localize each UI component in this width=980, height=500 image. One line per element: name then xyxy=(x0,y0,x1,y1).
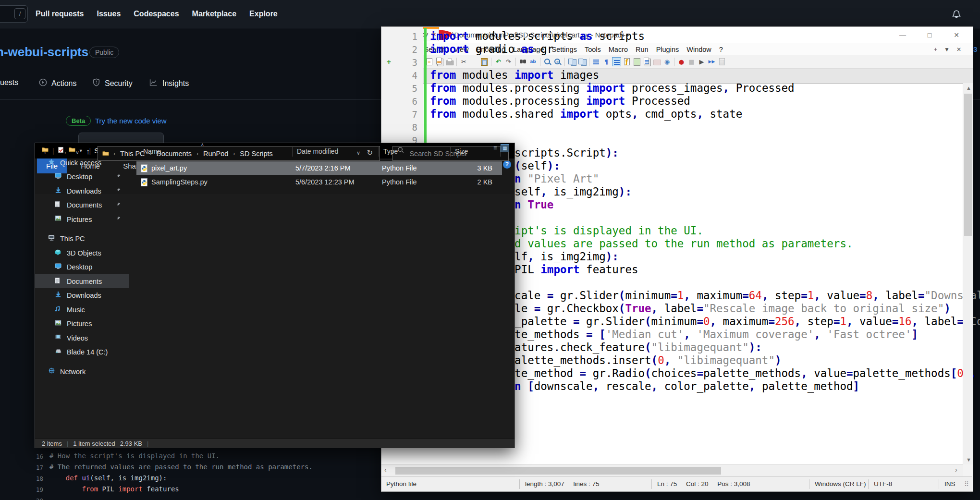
github-line-number: 19 xyxy=(10,486,43,493)
repo-tabs: uestsActionsSecurityInsights xyxy=(0,78,384,95)
horizontal-scrollbar[interactable]: ‹ › xyxy=(381,464,963,477)
file-type: Python File xyxy=(382,164,454,172)
tab-add-button[interactable]: + xyxy=(934,46,937,53)
status-encoding: UTF-8 xyxy=(874,480,892,488)
find-button-icon[interactable] xyxy=(518,57,527,66)
menubar-right-controls: +▼✕ xyxy=(934,43,961,55)
scroll-down-icon[interactable]: ▼ xyxy=(966,457,971,463)
repo-tab-label: uests xyxy=(0,78,18,87)
horizontal-scroll-thumb[interactable] xyxy=(395,467,721,475)
play-macro-button-icon[interactable]: ▶ xyxy=(697,57,706,66)
repo-tab-security[interactable]: Security xyxy=(92,78,133,88)
repo-tab-label: Insights xyxy=(162,79,189,88)
repo-tab-uests[interactable]: uests xyxy=(0,78,18,87)
repo-tab-label: Actions xyxy=(51,79,76,88)
menu-tools[interactable]: Tools xyxy=(581,46,605,53)
github-line-number: 17 xyxy=(10,464,43,471)
scroll-left-icon[interactable]: ‹ xyxy=(384,466,387,474)
github-nav-explore[interactable]: Explore xyxy=(249,10,278,18)
explorer-main: Quick accessDesktopDownloadsDocumentsPic… xyxy=(35,194,514,438)
maximize-button[interactable]: □ xyxy=(919,27,941,43)
try-new-code-view-link[interactable]: Try the new code view xyxy=(95,117,167,125)
undo-button-icon[interactable]: ↶ xyxy=(494,57,503,66)
github-nav-codespaces[interactable]: Codespaces xyxy=(134,10,179,18)
zoom-in-button-icon[interactable] xyxy=(543,57,552,66)
github-nav-pull-requests[interactable]: Pull requests xyxy=(36,10,84,18)
minimize-button[interactable]: — xyxy=(892,27,914,43)
show-symbols-button-icon[interactable]: ¶ xyxy=(602,57,611,66)
print-button-icon[interactable] xyxy=(445,57,454,66)
editor-line-number: 6 xyxy=(381,96,417,107)
paste-button-icon[interactable] xyxy=(479,57,489,66)
github-code-line: from PIL import features xyxy=(49,485,179,493)
file-list: pixel_art.py5/7/2023 2:16 PMPython File3… xyxy=(35,161,514,387)
file-type: Python File xyxy=(382,178,454,186)
tab-close-button[interactable]: ✕ xyxy=(956,46,961,53)
recent-locations-chevron-icon[interactable]: ∨ xyxy=(75,149,79,156)
column-header-date-modified[interactable]: Date modified xyxy=(297,147,338,155)
status-length-lines: length : 3,007 lines : 75 xyxy=(525,480,600,488)
scroll-up-icon[interactable]: ▲ xyxy=(966,85,971,91)
vertical-scrollbar[interactable]: ▲ ▼ xyxy=(963,83,973,464)
document-map-button-icon[interactable] xyxy=(632,57,641,66)
menu-run[interactable]: Run xyxy=(632,46,652,53)
function-list-button-icon[interactable]: ƒ xyxy=(622,57,631,66)
menu-macro[interactable]: Macro xyxy=(605,46,632,53)
close-button[interactable]: ✕ xyxy=(945,27,968,43)
file-row-pixel-art-py[interactable]: pixel_art.py5/7/2023 2:16 PMPython File3… xyxy=(136,161,502,175)
column-header-size[interactable]: Size xyxy=(455,147,468,155)
repo-title-link[interactable]: n-webui-scripts xyxy=(0,45,88,60)
back-icon[interactable]: ← xyxy=(43,147,50,156)
sync-vertical-button-icon[interactable] xyxy=(567,57,576,66)
column-header-name[interactable]: Name xyxy=(143,147,161,155)
redo-button-icon[interactable]: ↷ xyxy=(504,57,513,66)
menu-plugins[interactable]: Plugins xyxy=(652,46,683,53)
indent-guide-button-icon[interactable] xyxy=(612,57,621,66)
run-macro-multiple-button-icon[interactable]: ▶▶ xyxy=(707,57,716,66)
column-header-type[interactable]: Type xyxy=(383,147,398,155)
document-list-button-icon[interactable]: ≡ xyxy=(642,57,651,66)
list-view-toggle-button[interactable]: ≣ xyxy=(491,144,499,151)
cut-button-icon[interactable]: ✂ xyxy=(459,57,468,66)
repo-tab-insights[interactable]: Insights xyxy=(149,78,189,88)
status-insert-mode: INS xyxy=(944,480,956,488)
sync-horizontal-button-icon[interactable] xyxy=(577,57,587,66)
tab-list-chevron-icon[interactable]: ▼ xyxy=(944,46,950,53)
view-in-browser-button-icon[interactable]: ◉ xyxy=(662,57,672,66)
forward-icon[interactable]: → xyxy=(60,147,68,156)
github-line-number: 16 xyxy=(10,453,43,460)
python-file-icon xyxy=(140,178,148,188)
notifications-bell-icon[interactable] xyxy=(952,10,961,20)
folder-workspace-button-icon[interactable] xyxy=(652,57,662,66)
word-wrap-button-icon[interactable] xyxy=(592,57,601,66)
file-list-header: Name∧Date modifiedTypeSize xyxy=(129,143,514,159)
repo-tab-actions[interactable]: Actions xyxy=(39,78,76,88)
save-macro-button-icon[interactable]: ▤ xyxy=(717,57,726,66)
github-code-view: 16# How the script's is displayed in the… xyxy=(0,447,381,500)
editor-line-number: 7 xyxy=(381,109,417,120)
github-nav-issues[interactable]: Issues xyxy=(97,10,121,18)
menu-help[interactable]: ? xyxy=(715,46,727,53)
vertical-scroll-thumb[interactable] xyxy=(964,94,972,236)
replace-button-icon[interactable]: ab xyxy=(528,57,538,66)
scroll-right-icon[interactable]: › xyxy=(955,466,957,474)
file-row-samplingsteps-py[interactable]: SamplingSteps.py5/6/2023 12:23 PMPython … xyxy=(136,175,502,189)
details-view-toggle-button[interactable]: ▦ xyxy=(501,144,509,152)
github-line-number: 18 xyxy=(10,475,43,482)
status-doc-type: Python file xyxy=(386,480,416,488)
resize-grip[interactable]: ⠿ xyxy=(964,480,969,488)
up-icon[interactable]: ↑ xyxy=(86,147,90,156)
file-date-modified: 5/6/2023 12:23 PM xyxy=(295,178,382,186)
copy-button-icon[interactable] xyxy=(469,57,478,66)
close-all-button-icon[interactable]: = xyxy=(435,57,444,66)
github-top-nav: Pull requestsIssuesCodespacesMarketplace… xyxy=(36,0,278,28)
record-macro-button-icon[interactable]: ● xyxy=(677,57,686,66)
status-item-count: 2 items xyxy=(42,440,62,447)
stop-macro-button-icon[interactable]: ■ xyxy=(687,57,696,66)
menu-window[interactable]: Window xyxy=(683,46,715,53)
notepadpp-statusbar: Python file length : 3,007 lines : 75 Ln… xyxy=(381,476,972,491)
github-nav-marketplace[interactable]: Marketplace xyxy=(192,10,237,18)
zoom-out-button-icon[interactable]: - xyxy=(553,57,562,66)
folder-icon[interactable] xyxy=(68,146,76,155)
repo-tab-label: Security xyxy=(105,79,133,88)
